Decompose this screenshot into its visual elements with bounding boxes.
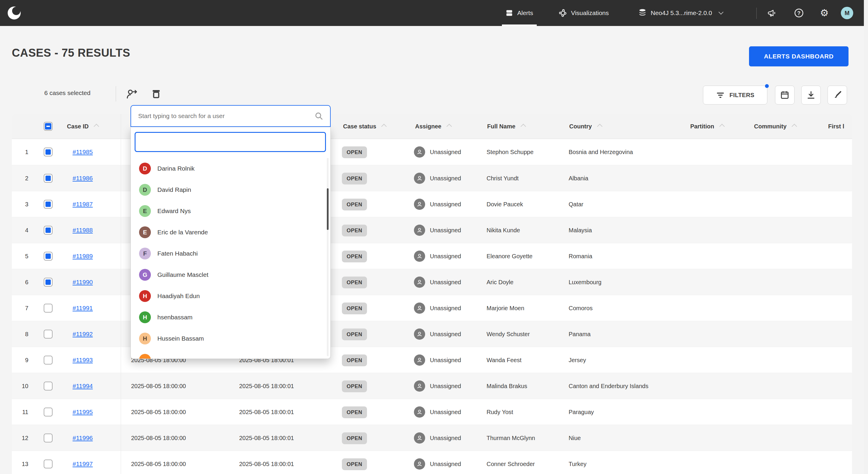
alerts-dashboard-button[interactable]: ALERTS DASHBOARD [749, 46, 848, 66]
date-filter-button[interactable] [775, 86, 795, 104]
user-avatar[interactable]: M [841, 7, 853, 19]
row-checkbox[interactable] [44, 330, 53, 339]
user-list-item[interactable]: G Guillaume Masclet [131, 264, 330, 285]
case-status-cell: OPEN [342, 139, 367, 165]
full-name-cell: Thurman McGlynn [487, 425, 566, 451]
page-title: CASES - 75 RESULTS [12, 46, 130, 59]
database-selector[interactable]: Neo4J 5.3...rime-2.0.0 [635, 0, 726, 26]
case-id-link[interactable]: #11991 [73, 305, 93, 311]
row-checkbox[interactable] [44, 174, 53, 183]
full-name-cell: Eleanore Goyette [487, 243, 566, 269]
header-first[interactable]: First l [828, 114, 844, 139]
svg-text:?: ? [798, 10, 801, 16]
sort-caret-icon [446, 124, 452, 129]
country-cell: Albania [569, 165, 695, 191]
user-name-label: Edward Nys [157, 208, 191, 215]
select-all-checkbox[interactable] [44, 122, 53, 131]
case-id-link[interactable]: #11994 [73, 382, 93, 389]
case-id-link[interactable]: #11985 [73, 149, 93, 155]
case-id-link[interactable]: #11989 [73, 253, 93, 259]
case-status-cell: OPEN [342, 165, 367, 191]
header-country[interactable]: Country [569, 114, 602, 139]
status-badge: OPEN [342, 147, 367, 158]
header-case-status[interactable]: Case status [343, 114, 386, 139]
row-checkbox[interactable] [44, 382, 53, 390]
assignee-cell: Unassigned [414, 165, 461, 191]
row-checkbox[interactable] [44, 408, 53, 416]
assign-user-button[interactable] [125, 87, 139, 101]
user-avatar-initial-icon: E [139, 205, 151, 217]
header-case-id[interactable]: Case ID [61, 114, 105, 139]
case-id-link[interactable]: #11987 [73, 201, 93, 208]
header-full-name[interactable]: Full Name [487, 114, 525, 139]
row-checkbox[interactable] [44, 434, 53, 442]
case-status-cell: OPEN [342, 425, 367, 451]
column-divider [121, 114, 121, 474]
user-list-item[interactable]: E Edward Nys [131, 200, 330, 222]
row-checkbox[interactable] [44, 148, 53, 156]
row-checkbox[interactable] [44, 252, 53, 261]
row-checkbox[interactable] [44, 356, 53, 365]
case-id-link[interactable]: #11990 [73, 279, 93, 285]
row-checkbox[interactable] [44, 278, 53, 287]
assignee-label: Unassigned [430, 227, 461, 234]
header-assignee[interactable]: Assignee [415, 114, 451, 139]
header-partition[interactable]: Partition [668, 114, 724, 139]
dropdown-scrollbar-thumb[interactable] [327, 188, 329, 230]
help-button[interactable]: ? [793, 7, 805, 19]
delete-cases-button[interactable] [149, 87, 163, 101]
row-number: 5 [12, 243, 28, 269]
status-badge: OPEN [342, 173, 367, 185]
row-checkbox[interactable] [44, 200, 53, 209]
customize-columns-button[interactable] [828, 86, 847, 104]
settings-button[interactable]: ⚙ [818, 7, 830, 19]
unassigned-avatar-icon [414, 406, 425, 418]
case-id-link[interactable]: #11993 [73, 356, 93, 363]
assign-user-combobox[interactable]: Start typing to search for a user [130, 105, 331, 127]
case-id-cell: #11987 [61, 191, 105, 217]
filters-active-dot [765, 84, 769, 88]
row-checkbox-cell [44, 330, 53, 339]
filters-button[interactable]: FILTERS [703, 86, 767, 104]
user-avatar-initial-icon: H [139, 333, 151, 344]
updated-date-cell: 2025-08-05 18:00:01 [239, 399, 334, 425]
assignee-label: Unassigned [430, 383, 461, 389]
case-id-link[interactable]: #11988 [73, 227, 93, 233]
app-logo-icon[interactable] [8, 6, 21, 20]
row-checkbox[interactable] [44, 304, 53, 313]
user-list: D Darina Rolnik D David Rapin E Edward N… [131, 158, 330, 358]
tab-alerts[interactable]: Alerts [502, 0, 537, 26]
sort-caret-icon [381, 124, 387, 129]
filter-icon [716, 91, 725, 99]
person-arrow-icon [126, 88, 138, 99]
created-date-cell: 2025-08-05 18:00:00 [131, 451, 225, 474]
case-id-link[interactable]: #11997 [73, 461, 93, 467]
user-list-item[interactable] [131, 349, 330, 358]
status-badge: OPEN [342, 432, 367, 444]
row-checkbox[interactable] [44, 226, 53, 234]
full-name-cell: Christ Yundt [487, 165, 566, 191]
user-list-item[interactable]: H Hussein Bassam [131, 328, 330, 349]
row-number: 3 [12, 191, 28, 217]
tab-visualizations[interactable]: Visualizations [555, 0, 612, 26]
user-search-input[interactable] [135, 132, 326, 152]
user-list-item[interactable]: H hsenbassam [131, 307, 330, 328]
user-name-label: Haadiyah Edun [157, 292, 200, 299]
user-list-item[interactable]: D David Rapin [131, 179, 330, 200]
row-checkbox[interactable] [44, 460, 53, 468]
header-community[interactable]: Community [754, 114, 796, 139]
user-list-item[interactable]: H Haadiyah Edun [131, 285, 330, 307]
case-id-link[interactable]: #11986 [73, 175, 93, 182]
announcements-button[interactable] [767, 7, 778, 19]
case-id-link[interactable]: #11995 [73, 409, 93, 415]
case-id-link[interactable]: #11992 [73, 330, 93, 337]
case-id-link[interactable]: #11996 [73, 435, 93, 441]
assignee-label: Unassigned [430, 175, 461, 182]
user-list-item[interactable]: D Darina Rolnik [131, 158, 330, 179]
export-button[interactable] [801, 86, 821, 104]
full-name-cell: Conner Schroeder [487, 451, 566, 474]
country-cell: Paraguay [569, 399, 695, 425]
user-list-item[interactable]: F Faten Habachi [131, 243, 330, 264]
user-list-item[interactable]: E Eric de la Varende [131, 222, 330, 243]
assignee-cell: Unassigned [414, 451, 461, 474]
